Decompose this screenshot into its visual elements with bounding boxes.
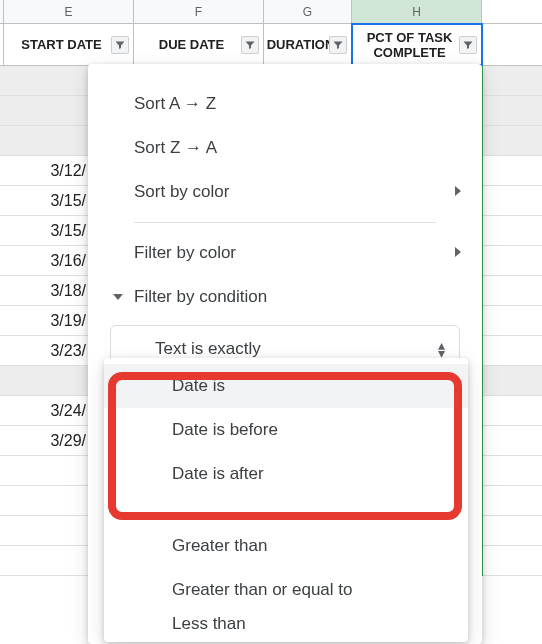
header-label: START DATE bbox=[21, 37, 101, 52]
header-label: DURATION bbox=[267, 37, 335, 52]
header-duration[interactable]: DURATION bbox=[264, 24, 352, 65]
menu-label: Filter by color bbox=[134, 243, 236, 263]
menu-label: Sort A → Z bbox=[134, 94, 216, 114]
option-date-is-before[interactable]: Date is before bbox=[104, 408, 468, 452]
menu-label: Sort by color bbox=[134, 182, 229, 202]
filter-icon[interactable] bbox=[241, 36, 259, 54]
menu-sort-az[interactable]: Sort A → Z bbox=[88, 82, 482, 126]
col-letter-h[interactable]: H bbox=[352, 0, 482, 23]
menu-filter-by-color[interactable]: Filter by color bbox=[88, 231, 482, 275]
header-pct-complete[interactable]: PCT OF TASK COMPLETE bbox=[352, 24, 482, 65]
column-letter-row: E F G H bbox=[0, 0, 542, 24]
menu-label: Sort Z → A bbox=[134, 138, 217, 158]
option-label: Date is after bbox=[172, 464, 264, 484]
header-label: DUE DATE bbox=[159, 37, 224, 52]
menu-sort-by-color[interactable]: Sort by color bbox=[88, 170, 482, 214]
option-gap bbox=[104, 496, 468, 524]
menu-filter-by-condition[interactable]: Filter by condition bbox=[88, 275, 482, 319]
option-date-is-after[interactable]: Date is after bbox=[104, 452, 468, 496]
triangle-down-icon bbox=[113, 294, 123, 300]
condition-selected-value: Text is exactly bbox=[155, 339, 261, 359]
filter-menu: Sort A → Z Sort Z → A Sort by color Filt… bbox=[88, 64, 482, 644]
option-date-is[interactable]: Date is bbox=[104, 364, 468, 408]
menu-sort-za[interactable]: Sort Z → A bbox=[88, 126, 482, 170]
chevron-right-icon bbox=[454, 182, 464, 202]
option-label: Less than bbox=[172, 614, 246, 634]
option-gte[interactable]: Greater than or equal to bbox=[104, 568, 468, 612]
option-label: Greater than bbox=[172, 536, 267, 556]
col-letter-g[interactable]: G bbox=[264, 0, 352, 23]
filter-icon[interactable] bbox=[459, 36, 477, 54]
option-label: Greater than or equal to bbox=[172, 580, 353, 600]
header-start-date[interactable]: START DATE bbox=[4, 24, 134, 65]
header-label: PCT OF TASK COMPLETE bbox=[358, 30, 461, 60]
option-less-than[interactable]: Less than bbox=[104, 612, 468, 636]
col-letter-e[interactable]: E bbox=[4, 0, 134, 23]
header-due-date[interactable]: DUE DATE bbox=[134, 24, 264, 65]
chevron-right-icon bbox=[454, 243, 464, 263]
condition-dropdown: Date is Date is before Date is after Gre… bbox=[104, 358, 468, 642]
option-label: Date is bbox=[172, 376, 225, 396]
stepper-icon[interactable]: ▴▾ bbox=[438, 341, 445, 357]
col-letter-f[interactable]: F bbox=[134, 0, 264, 23]
menu-label: Filter by condition bbox=[134, 287, 267, 307]
option-greater-than[interactable]: Greater than bbox=[104, 524, 468, 568]
filter-icon[interactable] bbox=[329, 36, 347, 54]
menu-separator bbox=[134, 222, 436, 223]
option-label: Date is before bbox=[172, 420, 278, 440]
filter-icon[interactable] bbox=[111, 36, 129, 54]
header-row: START DATE DUE DATE DURATION PCT OF TASK… bbox=[0, 24, 542, 66]
